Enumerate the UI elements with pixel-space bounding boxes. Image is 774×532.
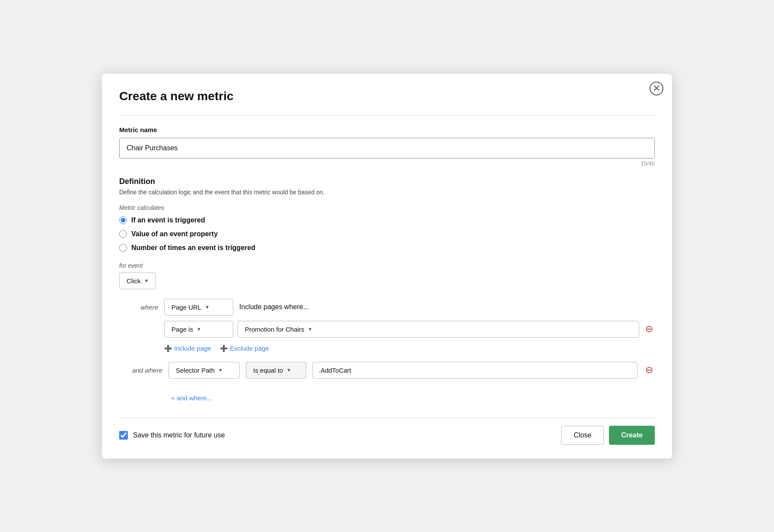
is-equal-to-label: Is equal to bbox=[253, 367, 283, 374]
and-where-row: and where Selector Path ▼ Is equal to ▼ … bbox=[128, 362, 655, 379]
radio-event-triggered-label: If an event is triggered bbox=[131, 216, 205, 224]
close-button[interactable]: Close bbox=[561, 426, 604, 445]
title-divider bbox=[119, 115, 655, 116]
radio-event-triggered[interactable] bbox=[119, 216, 127, 224]
metric-name-label: Metric name bbox=[119, 126, 655, 133]
create-metric-modal: ✕ Create a new metric Metric name 15/40 … bbox=[102, 74, 672, 459]
condition-row: Page is ▼ Promotion for Chairs ▼ ⊖ bbox=[164, 321, 655, 338]
page-is-label: Page is bbox=[171, 326, 193, 333]
promotion-arrow: ▼ bbox=[308, 326, 313, 332]
close-icon: ✕ bbox=[653, 83, 660, 94]
is-equal-to-arrow: ▼ bbox=[286, 367, 291, 373]
remove-and-where-icon: ⊖ bbox=[645, 364, 653, 376]
char-count: 15/40 bbox=[119, 160, 655, 167]
page-is-arrow: ▼ bbox=[197, 326, 201, 332]
page-url-dropdown[interactable]: Page URL ▼ bbox=[164, 299, 233, 316]
where-row: where Page URL ▼ Include pages where... … bbox=[128, 299, 655, 352]
selector-path-arrow: ▼ bbox=[218, 367, 223, 373]
include-page-plus-icon: ➕ bbox=[164, 345, 172, 352]
event-dropdown-arrow: ▼ bbox=[144, 278, 149, 283]
definition-description: Define the calculation logic and the eve… bbox=[119, 189, 655, 196]
add-and-where-container: + and where... bbox=[162, 386, 655, 402]
save-checkbox[interactable] bbox=[119, 431, 128, 440]
radio-item-event-triggered[interactable]: If an event is triggered bbox=[119, 216, 655, 224]
save-label: Save this metric for future use bbox=[133, 431, 225, 439]
exclude-page-label: Exclude page bbox=[230, 345, 269, 352]
include-page-label: Include page bbox=[174, 345, 211, 352]
event-dropdown[interactable]: Click ▼ bbox=[119, 272, 156, 289]
page-is-dropdown[interactable]: Page is ▼ bbox=[164, 321, 233, 338]
metric-calculates-label: Metric calculates bbox=[119, 204, 655, 211]
remove-icon: ⊖ bbox=[645, 323, 653, 335]
radio-event-property[interactable] bbox=[119, 230, 127, 238]
where-top-row: Page URL ▼ Include pages where... bbox=[164, 299, 655, 316]
add-and-where-btn[interactable]: + and where... bbox=[171, 394, 212, 402]
promotion-value: Promotion for Chairs bbox=[245, 326, 305, 333]
radio-group: If an event is triggered Value of an eve… bbox=[119, 216, 655, 252]
include-pages-text: Include pages where... bbox=[239, 303, 309, 311]
add-and-where-label: + and where... bbox=[171, 394, 212, 402]
selector-path-label: Selector Path bbox=[176, 367, 215, 374]
definition-section: Definition Define the calculation logic … bbox=[119, 177, 655, 402]
create-button[interactable]: Create bbox=[609, 426, 655, 445]
include-page-btn[interactable]: ➕ Include page bbox=[164, 345, 211, 352]
where-content: Page URL ▼ Include pages where... Page i… bbox=[164, 299, 655, 352]
radio-item-event-count[interactable]: Number of times an event is triggered bbox=[119, 244, 655, 252]
metric-name-input[interactable] bbox=[119, 138, 655, 158]
selector-value-input[interactable] bbox=[312, 362, 638, 379]
footer-buttons: Close Create bbox=[561, 426, 655, 445]
and-where-label: and where bbox=[128, 367, 162, 374]
close-btn-label: Close bbox=[574, 431, 591, 439]
remove-condition-btn[interactable]: ⊖ bbox=[644, 323, 655, 335]
radio-item-event-property[interactable]: Value of an event property bbox=[119, 230, 655, 238]
promotion-dropdown[interactable]: Promotion for Chairs ▼ bbox=[238, 321, 639, 338]
radio-event-count[interactable] bbox=[119, 244, 127, 252]
event-dropdown-value: Click bbox=[127, 277, 141, 285]
remove-and-where-btn[interactable]: ⊖ bbox=[644, 364, 655, 376]
radio-event-property-label: Value of an event property bbox=[131, 230, 218, 238]
definition-title: Definition bbox=[119, 177, 655, 186]
modal-title: Create a new metric bbox=[119, 89, 655, 103]
exclude-page-plus-icon: ➕ bbox=[220, 345, 228, 352]
page-url-label: Page URL bbox=[171, 304, 201, 311]
add-links-row: ➕ Include page ➕ Exclude page bbox=[164, 345, 655, 352]
for-event-label: for event bbox=[119, 262, 655, 269]
close-icon-btn[interactable]: ✕ bbox=[650, 82, 663, 95]
page-url-arrow: ▼ bbox=[205, 304, 209, 310]
exclude-page-btn[interactable]: ➕ Exclude page bbox=[220, 345, 269, 352]
create-btn-label: Create bbox=[621, 431, 643, 439]
modal-footer: Save this metric for future use Close Cr… bbox=[119, 418, 655, 445]
is-equal-to-dropdown[interactable]: Is equal to ▼ bbox=[246, 362, 306, 379]
save-check-row: Save this metric for future use bbox=[119, 431, 225, 440]
where-label: where bbox=[128, 299, 158, 311]
radio-event-count-label: Number of times an event is triggered bbox=[131, 244, 255, 252]
selector-path-dropdown[interactable]: Selector Path ▼ bbox=[168, 362, 240, 379]
